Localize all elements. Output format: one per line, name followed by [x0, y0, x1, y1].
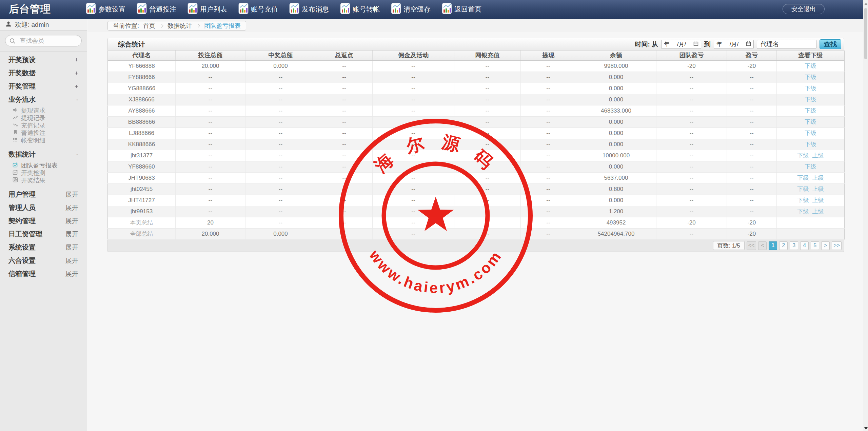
view-lower-level-link[interactable]: 下级 — [805, 85, 816, 92]
first-page-button[interactable]: << — [747, 241, 756, 250]
cell-value: 20 — [176, 217, 245, 228]
vertical-scrollbar[interactable] — [863, 0, 868, 431]
cell-value: -- — [245, 161, 316, 172]
table-row: FY888666------------0.000----下级 — [108, 72, 845, 83]
cell-value: -- — [521, 228, 576, 239]
date-from-input[interactable]: 年 /月/ — [661, 40, 701, 49]
cell-value: -- — [727, 139, 777, 150]
sidebar-section-lottery-data[interactable]: 开奖数据 + — [0, 66, 87, 80]
cell-value: -- — [727, 116, 777, 128]
agent-name-input[interactable] — [757, 40, 816, 49]
nav-item-publish-message[interactable]: 发布消息 — [289, 3, 329, 16]
view-lower-level-link[interactable]: 下级 — [797, 175, 809, 181]
cell-value: -- — [316, 183, 373, 195]
cell-value: -- — [727, 83, 777, 94]
scrollbar-thumb[interactable] — [864, 8, 867, 59]
col-withdraw: 提现 — [521, 51, 576, 60]
last-page-button[interactable]: >> — [832, 241, 842, 250]
prev-page-button[interactable]: < — [758, 241, 767, 250]
page-button-2[interactable]: 2 — [779, 241, 788, 250]
cell-value: -- — [176, 161, 245, 172]
next-page-button[interactable]: > — [821, 241, 830, 250]
page-button-5[interactable]: 5 — [811, 241, 819, 250]
nav-item-back-home[interactable]: 返回首页 — [442, 3, 481, 16]
sidebar-item-recharge-records[interactable]: 充值记录 — [0, 122, 87, 129]
cell-value: -- — [521, 83, 576, 94]
cell-value: -- — [373, 116, 454, 128]
nav-item-transfer[interactable]: 账号转帐 — [340, 3, 380, 16]
cell-value: -- — [454, 94, 521, 105]
view-upper-level-link[interactable]: 上级 — [812, 152, 824, 159]
scroll-up-icon[interactable] — [864, 3, 868, 5]
view-lower-level-link[interactable]: 下级 — [805, 63, 816, 69]
cell-value: -- — [176, 83, 245, 94]
sidebar-section-data-stats[interactable]: 数据统计 - — [0, 148, 87, 161]
sidebar-item-account-changes[interactable]: 帐变明细 — [0, 137, 87, 144]
view-lower-level-link[interactable]: 下级 — [805, 119, 816, 125]
cell-value: 10000.000 — [576, 150, 656, 161]
sidebar-item-draw-check[interactable]: 开奖检测 — [0, 169, 87, 177]
cell-value: -- — [316, 83, 373, 94]
sidebar-section-daily-wage[interactable]: 日工资管理 展开 — [0, 228, 87, 241]
view-upper-level-link[interactable]: 上级 — [812, 186, 824, 192]
breadcrumb-home[interactable]: 首页 — [143, 22, 155, 30]
cell-value: -- — [727, 72, 777, 83]
view-lower-level-link[interactable]: 下级 — [805, 163, 816, 170]
sidebar-section-lottery-manage[interactable]: 开奖管理 + — [0, 80, 87, 93]
member-search-input[interactable] — [5, 35, 82, 46]
sidebar-section-liuhe-settings[interactable]: 六合设置 展开 — [0, 254, 87, 267]
cell-view-links — [777, 217, 845, 228]
sidebar-item-withdraw-request[interactable]: 提现请求 — [0, 107, 87, 114]
sidebar-section-admin-staff[interactable]: 管理人员 展开 — [0, 201, 87, 214]
logout-button[interactable]: 安全退出 — [783, 4, 825, 14]
sidebar-section-mailbox-manage[interactable]: 信箱管理 展开 — [0, 267, 87, 280]
view-lower-level-link[interactable]: 下级 — [797, 197, 809, 203]
view-lower-level-link[interactable]: 下级 — [805, 74, 816, 80]
scroll-down-icon[interactable] — [864, 427, 868, 430]
view-lower-level-link[interactable]: 下级 — [805, 96, 816, 103]
search-button[interactable]: 查找 — [820, 39, 841, 49]
sidebar-item-team-report[interactable]: 团队盈亏报表 — [0, 162, 87, 169]
nav-item-label: 普通投注 — [149, 5, 176, 14]
view-upper-level-link[interactable]: 上级 — [812, 208, 824, 215]
cell-value: -- — [454, 161, 521, 172]
cell-value: -- — [373, 217, 454, 228]
page-button-4[interactable]: 4 — [800, 241, 809, 250]
date-to-input[interactable]: 年 /月/ — [714, 40, 754, 49]
view-upper-level-link[interactable]: 上级 — [812, 175, 824, 181]
table-row: 全部总结20.0000.000--------54204964.700---20 — [108, 228, 845, 239]
sidebar-item-normal-bets[interactable]: 普通投注 — [0, 129, 87, 137]
view-lower-level-link[interactable]: 下级 — [797, 208, 809, 215]
sidebar-section-lottery-preset[interactable]: 开奖预设 + — [0, 53, 87, 66]
cell-agent-name: LJ888666 — [108, 128, 176, 139]
cell-value: -- — [454, 60, 521, 72]
view-lower-level-link[interactable]: 下级 — [805, 141, 816, 148]
nav-item-clear-cache[interactable]: 清空缓存 — [391, 3, 431, 16]
view-lower-level-link[interactable]: 下级 — [805, 130, 816, 136]
sidebar-section-contract-manage[interactable]: 契约管理 展开 — [0, 214, 87, 228]
breadcrumb-section[interactable]: 数据统计 — [167, 22, 192, 30]
cell-value: 0.000 — [576, 94, 656, 105]
calendar-icon[interactable] — [693, 41, 698, 48]
col-rebate: 总返点 — [316, 51, 373, 60]
nav-item-recharge[interactable]: 账号充值 — [238, 3, 278, 16]
cell-value: 20.000 — [176, 228, 245, 239]
sidebar-section-system-settings[interactable]: 系统设置 展开 — [0, 241, 87, 254]
view-upper-level-link[interactable]: 上级 — [812, 197, 824, 203]
nav-item-label: 用户列表 — [200, 5, 227, 14]
nav-item-params[interactable]: 参数设置 — [86, 3, 125, 16]
view-lower-level-link[interactable]: 下级 — [797, 186, 809, 192]
page-button-1[interactable]: 1 — [769, 241, 777, 250]
cell-value: -- — [316, 217, 373, 228]
calendar-icon[interactable] — [746, 41, 751, 48]
sidebar-item-draw-results[interactable]: 开奖结果 — [0, 177, 87, 184]
page-button-3[interactable]: 3 — [790, 241, 798, 250]
nav-item-normal-bet[interactable]: 普通投注 — [137, 3, 176, 16]
view-lower-level-link[interactable]: 下级 — [805, 107, 816, 114]
view-lower-level-link[interactable]: 下级 — [797, 152, 809, 159]
sidebar-section-user-manage[interactable]: 用户管理 展开 — [0, 188, 87, 201]
sidebar-section-business-flow[interactable]: 业务流水 - — [0, 93, 87, 106]
nav-item-user-list[interactable]: 用户列表 — [188, 3, 227, 16]
nav-item-label: 参数设置 — [98, 5, 125, 14]
sidebar-item-withdraw-records[interactable]: 提现记录 — [0, 114, 87, 122]
